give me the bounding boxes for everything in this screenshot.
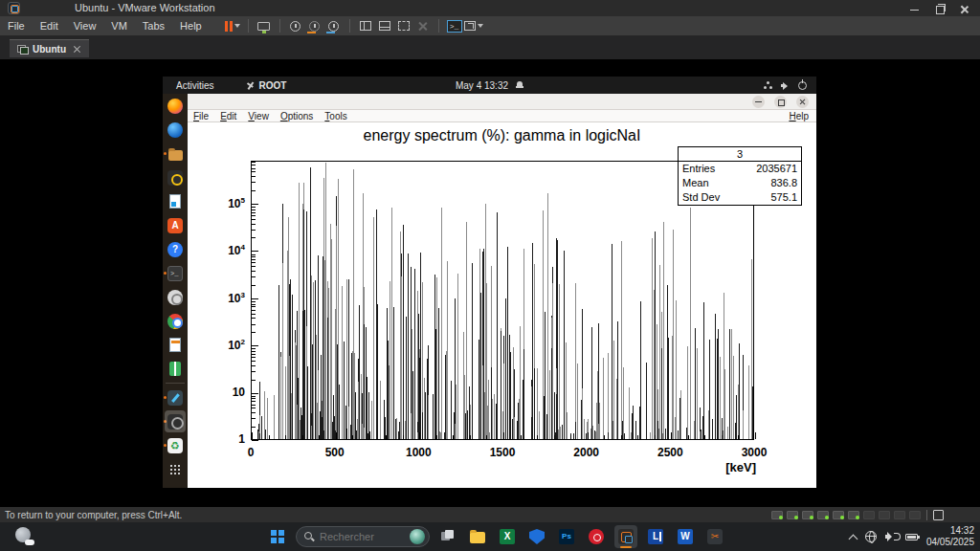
taskbar-clock[interactable]: 14:32 04/05/2025 bbox=[926, 525, 974, 548]
taskbar-windows-security[interactable] bbox=[525, 525, 548, 548]
snapshot-take-icon[interactable] bbox=[286, 18, 305, 34]
vm-tab-ubuntu[interactable]: Ubuntu bbox=[10, 39, 89, 57]
dock-item-app-grid[interactable] bbox=[163, 457, 188, 481]
root-close-button[interactable] bbox=[796, 96, 809, 108]
vmware-tabbar: Ubuntu bbox=[0, 36, 980, 59]
vmware-menu-help[interactable]: Help bbox=[172, 20, 210, 32]
dock-item-text-editor[interactable] bbox=[163, 386, 188, 409]
media-app-icon bbox=[167, 170, 183, 186]
taskbar-red-badge-app[interactable] bbox=[585, 525, 608, 548]
send-display-icon[interactable] bbox=[255, 18, 274, 34]
vmware-menu-view[interactable]: View bbox=[66, 20, 104, 32]
search-input[interactable] bbox=[320, 531, 404, 542]
close-button[interactable] bbox=[959, 3, 970, 14]
vmware-menu-file[interactable]: File bbox=[0, 20, 33, 32]
app-grid-icon bbox=[167, 462, 183, 477]
root-menu-tools[interactable]: Tools bbox=[324, 111, 346, 121]
hard-disk-icon[interactable] bbox=[771, 511, 783, 519]
network-share-icon bbox=[764, 81, 772, 89]
serial-port-icon[interactable] bbox=[909, 511, 921, 519]
snapshot-manager-icon[interactable] bbox=[324, 18, 344, 34]
dock-item-firefox[interactable] bbox=[163, 94, 188, 118]
taskbar-photoshop[interactable]: Ps bbox=[555, 525, 578, 548]
device-status-icons bbox=[771, 510, 980, 520]
printer-icon[interactable] bbox=[894, 511, 905, 519]
dock-item-terminal[interactable]: >_ bbox=[163, 261, 188, 285]
task-view-icon bbox=[440, 529, 456, 544]
dock-item-help[interactable]: ? bbox=[163, 237, 188, 261]
thunderbird-icon bbox=[167, 122, 183, 138]
widgets-weather-button[interactable] bbox=[15, 527, 34, 546]
taskbar-word[interactable]: W bbox=[674, 525, 697, 548]
snapshot-revert-icon[interactable] bbox=[305, 18, 324, 34]
unity-disabled-icon[interactable] bbox=[413, 18, 433, 34]
tab-close-icon[interactable] bbox=[73, 45, 81, 54]
battery-icon[interactable] bbox=[905, 534, 918, 540]
root-window-titlebar[interactable] bbox=[188, 94, 816, 110]
hidden-icons-chevron[interactable] bbox=[849, 533, 857, 540]
start-button[interactable] bbox=[266, 525, 289, 548]
screenshot-tool-icon bbox=[167, 414, 183, 430]
terminal-icon: >_ bbox=[167, 266, 183, 281]
stretch-guest-icon[interactable] bbox=[464, 18, 483, 34]
root-menubar: FileEditViewOptionsTools Help bbox=[188, 110, 816, 122]
layout-left-icon[interactable] bbox=[356, 18, 375, 34]
root-maximize-button[interactable] bbox=[774, 96, 787, 108]
usb-device-1-icon[interactable] bbox=[863, 511, 875, 519]
status-message: To return to your computer, press Ctrl+A… bbox=[0, 510, 182, 520]
sound-icon[interactable] bbox=[848, 511, 859, 519]
clock-menu[interactable]: May 4 13:32 bbox=[163, 80, 816, 91]
notification-bell-icon bbox=[516, 81, 523, 89]
layout-bottom-icon[interactable] bbox=[375, 18, 394, 34]
restore-button[interactable] bbox=[934, 3, 946, 14]
root-menu-view[interactable]: View bbox=[248, 111, 269, 121]
minimize-button[interactable] bbox=[909, 3, 921, 14]
root-menu-help[interactable]: Help bbox=[789, 111, 809, 121]
power-icon bbox=[798, 81, 807, 90]
cloud-icon bbox=[25, 540, 34, 545]
root-menu-options[interactable]: Options bbox=[280, 111, 313, 121]
dock-item-software-store[interactable]: A bbox=[163, 213, 188, 237]
floppy-icon[interactable] bbox=[817, 511, 829, 519]
dock-item-dictionary[interactable] bbox=[163, 357, 188, 381]
date-text: 04/05/2025 bbox=[926, 537, 974, 548]
shared-device-icon[interactable] bbox=[833, 511, 844, 519]
trash-icon: ♻ bbox=[167, 438, 183, 453]
taskbar-search[interactable] bbox=[296, 526, 430, 547]
vmware-toolbar: FileEditViewVMTabsHelp >_ bbox=[0, 16, 980, 36]
taskbar-snipping-tool[interactable]: ✂ bbox=[703, 525, 726, 548]
dock-item-libreoffice-app[interactable] bbox=[163, 333, 188, 357]
vmware-menu-tabs[interactable]: Tabs bbox=[135, 20, 172, 32]
dock-item-media-app[interactable] bbox=[163, 165, 188, 189]
taskbar-excel[interactable]: X bbox=[496, 525, 519, 548]
root-menu-edit[interactable]: Edit bbox=[220, 111, 236, 121]
usb-device-2-icon[interactable] bbox=[879, 511, 890, 519]
console-view-icon[interactable]: >_ bbox=[445, 18, 464, 34]
speaker-icon[interactable] bbox=[885, 532, 897, 541]
taskbar-app-l[interactable]: L bbox=[644, 525, 667, 548]
dock-item-chrome[interactable] bbox=[163, 309, 188, 333]
vm-display: Activities ROOT May 4 13:32 A?>_♻ FileEd… bbox=[0, 59, 980, 507]
dock-item-files[interactable] bbox=[163, 142, 188, 165]
dock-item-thunderbird[interactable] bbox=[163, 118, 188, 142]
root-menu-file[interactable]: File bbox=[193, 111, 209, 121]
dock-item-settings[interactable] bbox=[163, 285, 188, 309]
taskbar-task-view[interactable] bbox=[436, 525, 459, 548]
taskbar-file-explorer[interactable] bbox=[466, 525, 489, 548]
windows-security-icon bbox=[529, 529, 545, 544]
dock-item-screenshot-tool[interactable] bbox=[163, 409, 188, 433]
fullscreen-icon[interactable] bbox=[394, 18, 413, 34]
root-minimize-button[interactable] bbox=[752, 96, 765, 108]
snipping-tool-icon: ✂ bbox=[707, 529, 723, 544]
vmware-menu-vm[interactable]: VM bbox=[103, 20, 135, 32]
app-l-icon: L bbox=[648, 529, 663, 544]
pause-icon[interactable] bbox=[223, 18, 242, 34]
network-icon[interactable] bbox=[865, 531, 877, 542]
dock-item-trash[interactable]: ♻ bbox=[163, 433, 188, 457]
dock-item-libreoffice-writer[interactable] bbox=[163, 189, 188, 213]
taskbar-vmware-workstation-active[interactable] bbox=[614, 525, 637, 548]
cd-rom-icon[interactable] bbox=[787, 511, 798, 519]
message-log-icon[interactable] bbox=[933, 510, 944, 520]
vmware-menu-edit[interactable]: Edit bbox=[33, 20, 66, 32]
network-adapter-icon[interactable] bbox=[802, 511, 813, 519]
